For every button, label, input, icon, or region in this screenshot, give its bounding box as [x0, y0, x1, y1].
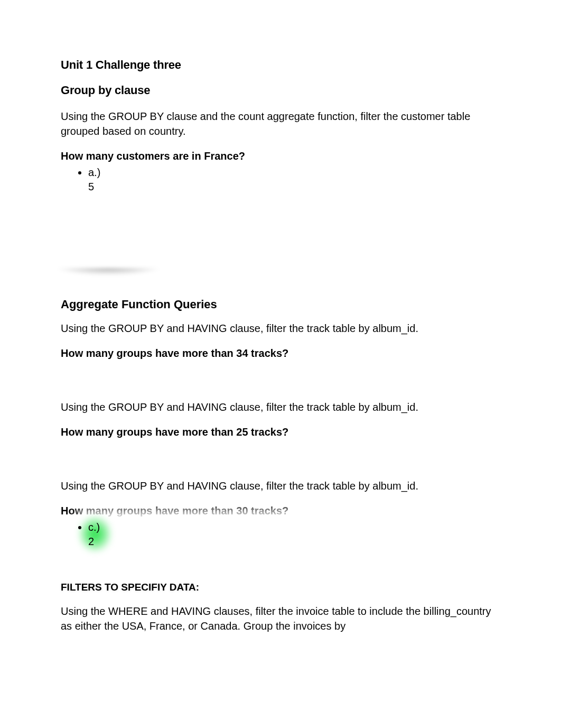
answer-label: c.)	[88, 520, 500, 535]
answer-list-30tracks: c.) 2	[61, 520, 500, 549]
list-item-highlighted: c.) 2	[88, 520, 500, 549]
section-title-filters: FILTERS TO SPECIFIY DATA:	[61, 582, 500, 593]
intro-text-q2: Using the GROUP BY and HAVING clause, fi…	[61, 400, 500, 414]
answer-label: a.)	[88, 165, 500, 180]
spacer	[61, 194, 500, 268]
spacer	[61, 441, 500, 478]
answer-list-france: a.) 5	[61, 165, 500, 194]
question-25-tracks: How many groups have more than 25 tracks…	[61, 426, 500, 438]
question-france: How many customers are in France?	[61, 150, 500, 162]
intro-text-q1: Using the GROUP BY and HAVING clause, fi…	[61, 321, 500, 336]
list-item: a.) 5	[88, 165, 500, 194]
intro-text-q3: Using the GROUP BY and HAVING clause, fi…	[61, 478, 500, 493]
spacer	[61, 363, 500, 400]
answer-value: 2	[88, 535, 500, 549]
question-30-tracks: How many groups have more than 30 tracks…	[61, 505, 500, 517]
unit-title: Unit 1 Challenge three	[61, 58, 500, 72]
section-title-aggregate: Aggregate Function Queries	[61, 298, 500, 311]
intro-text-filters: Using the WHERE and HAVING clauses, filt…	[61, 604, 500, 633]
section-title-group-by: Group by clause	[61, 84, 500, 97]
intro-text-groupby: Using the GROUP BY clause and the count …	[61, 109, 500, 139]
question-34-tracks: How many groups have more than 34 tracks…	[61, 347, 500, 360]
answer-value: 5	[88, 180, 500, 194]
blur-divider	[55, 268, 161, 275]
highlighted-answer-row: c.) 2	[61, 520, 500, 549]
